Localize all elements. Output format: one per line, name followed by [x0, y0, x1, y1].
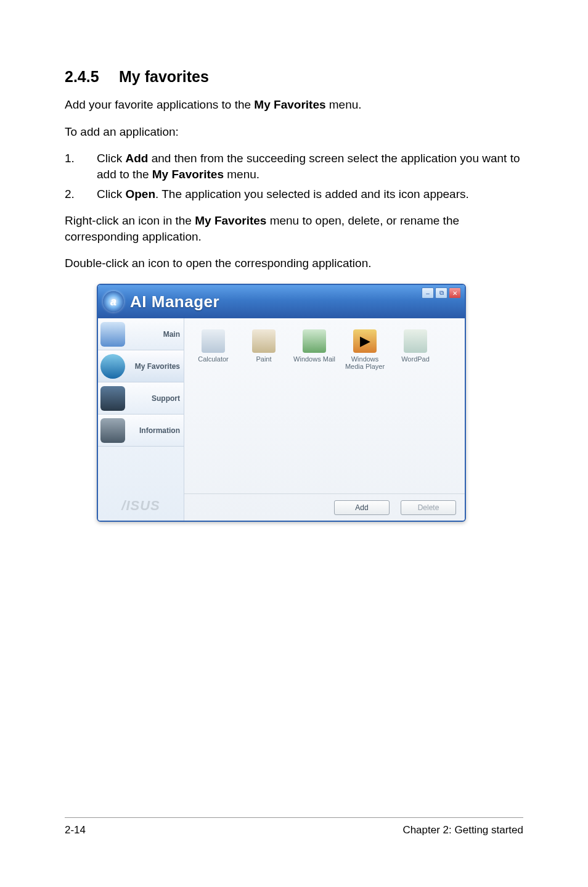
page-number: 2-14 [65, 824, 86, 836]
app-wordpad[interactable]: WordPad [393, 329, 438, 371]
text: . The application you selected is added … [155, 188, 469, 200]
paragraph: Double-click an icon to open the corresp… [65, 255, 523, 271]
app-windows-media-player[interactable]: ▶ Windows Media Player [342, 329, 388, 371]
sidebar-item-information[interactable]: Information [98, 415, 184, 447]
window-title: AI Manager [130, 292, 219, 311]
favorites-icon [100, 354, 125, 379]
paint-icon [252, 329, 276, 353]
app-calculator[interactable]: Calculator [190, 329, 236, 371]
sidebar-item-label: Main [128, 330, 180, 339]
list-text: Click Add and then from the succeeding s… [97, 151, 523, 182]
text-bold: My Favorites [254, 98, 325, 111]
restore-button[interactable]: ⧉ [435, 287, 447, 299]
app-label: Windows Media Player [342, 355, 388, 371]
titlebar[interactable]: a AI Manager – ⧉ ✕ [98, 285, 465, 318]
media-player-icon: ▶ [353, 329, 377, 353]
window-body: Main My Favorites Support Information [98, 318, 465, 521]
information-icon [100, 418, 125, 443]
button-bar: Add Delete [184, 493, 465, 521]
minimize-button[interactable]: – [422, 287, 434, 299]
sidebar-item-label: Information [128, 426, 180, 435]
text: Add your favorite applications to the [65, 98, 254, 111]
add-button[interactable]: Add [334, 500, 390, 515]
sidebar-item-label: My Favorites [128, 362, 180, 371]
chapter-label: Chapter 2: Getting started [402, 824, 523, 836]
ai-manager-window: a AI Manager – ⧉ ✕ Main My Favorites [97, 284, 466, 522]
window-buttons: – ⧉ ✕ [422, 287, 461, 299]
paragraph: Right-click an icon in the My Favorites … [65, 213, 523, 244]
text-bold: Open [125, 188, 155, 200]
app-paint[interactable]: Paint [241, 329, 287, 371]
content-pane: Calculator Paint Windows Mail ▶ Wind [184, 318, 465, 521]
text-bold: My Favorites [152, 168, 224, 181]
app-windows-mail[interactable]: Windows Mail [292, 329, 337, 371]
sidebar-item-main[interactable]: Main [98, 318, 184, 350]
list-text: Click Open. The application you selected… [97, 186, 523, 202]
close-button[interactable]: ✕ [449, 287, 461, 299]
favorites-grid: Calculator Paint Windows Mail ▶ Wind [184, 318, 465, 493]
text: Click [97, 188, 125, 200]
sidebar-item-support[interactable]: Support [98, 382, 184, 415]
list-item: 1. Click Add and then from the succeedin… [65, 151, 523, 182]
lead-paragraph: To add an application: [65, 124, 523, 140]
list-number: 2. [65, 186, 97, 202]
calculator-icon [202, 329, 225, 353]
text-bold: My Favorites [195, 214, 266, 227]
sidebar-item-my-favorites[interactable]: My Favorites [98, 350, 184, 382]
text-bold: Add [125, 152, 148, 165]
text: Click [97, 152, 125, 165]
app-label: Paint [256, 355, 271, 371]
wordpad-icon [404, 329, 427, 353]
list-number: 1. [65, 151, 97, 182]
delete-button[interactable]: Delete [401, 500, 456, 515]
intro-paragraph: Add your favorite applications to the My… [65, 97, 523, 113]
app-label: Calculator [198, 355, 229, 371]
sidebar-item-label: Support [128, 394, 180, 403]
page-footer: 2-14 Chapter 2: Getting started [65, 817, 523, 836]
app-logo-icon: a [103, 291, 124, 312]
screenshot: a AI Manager – ⧉ ✕ Main My Favorites [97, 284, 523, 522]
list-item: 2. Click Open. The application you selec… [65, 186, 523, 202]
heading-number: 2.4.5 [65, 68, 119, 86]
text: Right-click an icon in the [65, 214, 195, 227]
support-icon [100, 386, 125, 411]
main-icon [100, 322, 125, 347]
mail-icon [303, 329, 326, 353]
sidebar: Main My Favorites Support Information [98, 318, 184, 521]
brand-logo: /ISUS [98, 491, 184, 521]
document-page: 2.4.5My favorites Add your favorite appl… [0, 0, 588, 887]
section-heading: 2.4.5My favorites [65, 68, 523, 86]
ordered-list: 1. Click Add and then from the succeedin… [65, 151, 523, 202]
text: menu. [224, 168, 259, 181]
heading-title: My favorites [119, 68, 209, 85]
app-label: WordPad [401, 355, 430, 371]
app-label: Windows Mail [293, 355, 335, 371]
text: menu. [326, 98, 362, 111]
